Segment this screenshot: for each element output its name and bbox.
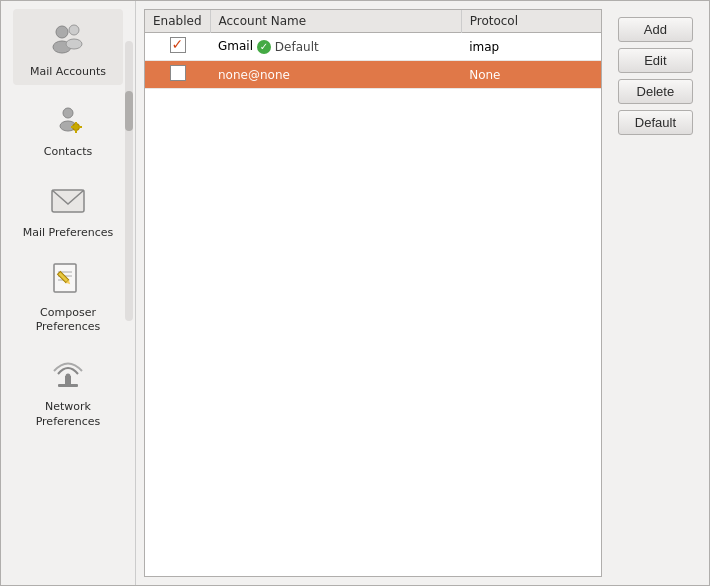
- row2-checkbox[interactable]: [170, 65, 186, 81]
- row1-enabled-cell: [145, 33, 210, 61]
- sidebar-label-network-preferences: Network Preferences: [17, 400, 119, 429]
- delete-button[interactable]: Delete: [618, 79, 693, 104]
- row2-protocol-cell: None: [461, 61, 601, 89]
- composer-preferences-icon: [44, 256, 92, 304]
- col-header-account-name: Account Name: [210, 10, 461, 33]
- row2-account-name: none@none: [218, 68, 290, 82]
- accounts-table: Enabled Account Name Protocol: [145, 10, 601, 89]
- mail-preferences-icon: [44, 176, 92, 224]
- add-button[interactable]: Add: [618, 17, 693, 42]
- row2-enabled-cell: [145, 61, 210, 89]
- buttons-panel: Add Edit Delete Default: [610, 9, 701, 577]
- row1-protocol: imap: [469, 40, 499, 54]
- row1-account-name: Gmail: [218, 39, 253, 53]
- svg-rect-9: [71, 126, 74, 128]
- svg-rect-7: [75, 122, 77, 125]
- row2-protocol: None: [469, 68, 500, 82]
- row1-default-label: Default: [275, 40, 319, 54]
- sidebar: Mail Accounts: [1, 1, 136, 585]
- sidebar-item-composer-preferences[interactable]: Composer Preferences: [13, 250, 123, 341]
- table-header-row: Enabled Account Name Protocol: [145, 10, 601, 33]
- svg-point-20: [66, 374, 71, 379]
- sidebar-label-mail-accounts: Mail Accounts: [30, 65, 106, 79]
- sidebar-scrollbar-thumb[interactable]: [125, 91, 133, 131]
- edit-button[interactable]: Edit: [618, 48, 693, 73]
- row1-account-name-cell: Gmail ✓ Default: [210, 33, 461, 61]
- table-row[interactable]: none@none None: [145, 61, 601, 89]
- main-content: Enabled Account Name Protocol: [136, 1, 709, 585]
- mail-accounts-icon: [44, 15, 92, 63]
- sidebar-item-mail-accounts[interactable]: Mail Accounts: [13, 9, 123, 85]
- sidebar-nav: Mail Accounts: [1, 1, 136, 435]
- sidebar-item-network-preferences[interactable]: Network Preferences: [13, 344, 123, 435]
- svg-rect-19: [58, 384, 78, 387]
- svg-rect-10: [79, 126, 82, 128]
- contacts-icon: [44, 95, 92, 143]
- table-row[interactable]: Gmail ✓ Default imap: [145, 33, 601, 61]
- svg-point-3: [66, 39, 82, 49]
- row1-protocol-cell: imap: [461, 33, 601, 61]
- col-header-protocol: Protocol: [461, 10, 601, 33]
- sidebar-label-composer-preferences: Composer Preferences: [17, 306, 119, 335]
- svg-point-2: [69, 25, 79, 35]
- main-window: Mail Accounts: [0, 0, 710, 586]
- row1-checkbox[interactable]: [170, 37, 186, 53]
- accounts-table-container: Enabled Account Name Protocol: [144, 9, 602, 577]
- sidebar-scrollbar: [125, 41, 133, 321]
- col-header-enabled: Enabled: [145, 10, 210, 33]
- network-preferences-icon: [44, 350, 92, 398]
- svg-rect-8: [75, 130, 77, 133]
- svg-point-4: [63, 108, 73, 118]
- row1-default-badge: ✓ Default: [257, 40, 319, 54]
- default-button[interactable]: Default: [618, 110, 693, 135]
- sidebar-label-contacts: Contacts: [44, 145, 93, 159]
- sidebar-label-mail-preferences: Mail Preferences: [23, 226, 114, 240]
- default-check-icon: ✓: [257, 40, 271, 54]
- svg-point-0: [56, 26, 68, 38]
- row2-account-name-cell: none@none: [210, 61, 461, 89]
- sidebar-item-contacts[interactable]: Contacts: [13, 89, 123, 165]
- sidebar-item-mail-preferences[interactable]: Mail Preferences: [13, 170, 123, 246]
